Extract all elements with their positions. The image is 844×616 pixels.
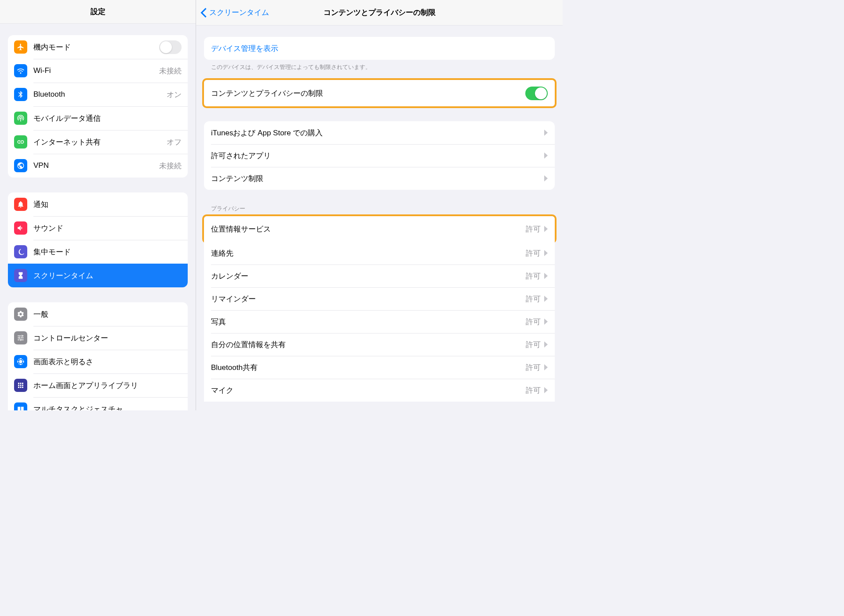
sidebar-group-network: 機内モード Wi-Fi 未接続 Bluetooth オン bbox=[8, 35, 188, 178]
sidebar-title: 設定 bbox=[0, 0, 196, 24]
sidebar-item-value: オン bbox=[167, 90, 182, 100]
device-mgmt-link: デバイス管理を表示 bbox=[211, 43, 548, 54]
sidebar-item-focus[interactable]: 集中モード bbox=[8, 240, 188, 264]
sidebar-item-value: 未接続 bbox=[159, 161, 182, 171]
row-value: 許可 bbox=[526, 317, 541, 327]
chevron-right-icon bbox=[544, 130, 548, 136]
purchases-group: iTunesおよび App Store での購入 許可されたアプリ コンテンツ制… bbox=[204, 121, 555, 190]
sidebar-item-label: スクリーンタイム bbox=[33, 271, 182, 281]
sidebar-item-control-center[interactable]: コントロールセンター bbox=[8, 326, 188, 350]
highlight-restrictions: コンテンツとプライバシーの制限 bbox=[202, 78, 557, 108]
sidebar-item-vpn[interactable]: VPN 未接続 bbox=[8, 154, 188, 178]
chevron-right-icon bbox=[544, 364, 548, 370]
sidebar-item-label: マルチタスクとジェスチャ bbox=[33, 404, 182, 410]
chevron-right-icon bbox=[544, 273, 548, 279]
sidebar-item-cellular[interactable]: モバイルデータ通信 bbox=[8, 106, 188, 130]
chevron-right-icon bbox=[544, 250, 548, 256]
row-value: 許可 bbox=[526, 294, 541, 304]
row-label: 位置情報サービス bbox=[211, 224, 526, 234]
chevron-right-icon bbox=[544, 387, 548, 393]
sidebar: 設定 機内モード Wi-Fi 未接続 Blue bbox=[0, 0, 196, 410]
sidebar-item-label: ホーム画面とアプリライブラリ bbox=[33, 380, 182, 391]
row-value: 許可 bbox=[526, 385, 541, 395]
grid-icon bbox=[14, 379, 27, 392]
device-mgmt-group: デバイス管理を表示 bbox=[204, 37, 555, 60]
sidebar-group-alerts: 通知 サウンド 集中モード スクリーンタイム bbox=[8, 192, 188, 287]
sidebar-item-label: VPN bbox=[33, 161, 159, 170]
gear-icon bbox=[14, 308, 27, 321]
row-reminders[interactable]: リマインダー 許可 bbox=[204, 287, 555, 310]
row-label: カレンダー bbox=[211, 271, 526, 281]
row-itunes[interactable]: iTunesおよび App Store での購入 bbox=[204, 121, 555, 144]
sliders-icon bbox=[14, 331, 27, 344]
sidebar-group-general: 一般 コントロールセンター 画面表示と明るさ ホーム画面とアプリライブラリ bbox=[8, 302, 188, 410]
sidebar-item-label: コントロールセンター bbox=[33, 333, 182, 343]
sidebar-item-label: 集中モード bbox=[33, 247, 182, 257]
device-mgmt-note: このデバイスは、デバイス管理によっても制限されています。 bbox=[204, 60, 555, 71]
sidebar-item-hotspot[interactable]: インターネット共有 オフ bbox=[8, 130, 188, 154]
chevron-right-icon bbox=[544, 226, 548, 232]
bell-icon bbox=[14, 198, 27, 211]
chevron-right-icon bbox=[544, 341, 548, 348]
row-microphone[interactable]: マイク 許可 bbox=[204, 379, 555, 402]
sidebar-item-general[interactable]: 一般 bbox=[8, 302, 188, 326]
sidebar-item-label: インターネット共有 bbox=[33, 137, 167, 147]
sidebar-item-notifications[interactable]: 通知 bbox=[8, 192, 188, 216]
highlight-location: 位置情報サービス 許可 bbox=[202, 214, 557, 243]
sidebar-item-label: Wi-Fi bbox=[33, 66, 159, 75]
airplane-toggle[interactable] bbox=[159, 40, 182, 54]
row-photos[interactable]: 写真 許可 bbox=[204, 310, 555, 333]
row-value: 許可 bbox=[526, 271, 541, 281]
sidebar-item-label: 画面表示と明るさ bbox=[33, 357, 182, 367]
row-label: iTunesおよび App Store での購入 bbox=[211, 128, 544, 138]
hourglass-icon bbox=[14, 269, 27, 282]
row-allowed-apps[interactable]: 許可されたアプリ bbox=[204, 144, 555, 167]
sidebar-item-wifi[interactable]: Wi-Fi 未接続 bbox=[8, 59, 188, 83]
sidebar-item-sound[interactable]: サウンド bbox=[8, 216, 188, 240]
main-body: デバイス管理を表示 このデバイスは、デバイス管理によっても制限されています。 コ… bbox=[196, 25, 563, 402]
page-title: コンテンツとプライバシーの制限 bbox=[324, 7, 436, 18]
sidebar-item-screentime[interactable]: スクリーンタイム bbox=[8, 264, 188, 287]
privacy-group: 連絡先 許可 カレンダー 許可 リマインダー 許可 写真 許可 自分の位置情報を… bbox=[204, 242, 555, 402]
restrictions-label: コンテンツとプライバシーの制限 bbox=[211, 88, 525, 98]
sidebar-item-bluetooth[interactable]: Bluetooth オン bbox=[8, 83, 188, 106]
chevron-right-icon bbox=[544, 175, 548, 181]
row-location[interactable]: 位置情報サービス 許可 bbox=[204, 216, 555, 242]
bluetooth-icon bbox=[14, 88, 27, 101]
show-device-mgmt[interactable]: デバイス管理を表示 bbox=[204, 37, 555, 60]
airplane-icon bbox=[14, 40, 27, 54]
row-value: 許可 bbox=[526, 248, 541, 258]
row-bluetooth-share[interactable]: Bluetooth共有 許可 bbox=[204, 356, 555, 379]
row-label: Bluetooth共有 bbox=[211, 362, 526, 373]
sidebar-item-homescreen[interactable]: ホーム画面とアプリライブラリ bbox=[8, 373, 188, 397]
row-value: 許可 bbox=[526, 362, 541, 373]
moon-icon bbox=[14, 245, 27, 258]
row-label: 写真 bbox=[211, 317, 526, 327]
restrictions-toggle[interactable] bbox=[525, 87, 548, 100]
back-button[interactable]: スクリーンタイム bbox=[200, 7, 269, 18]
row-content-restrict[interactable]: コンテンツ制限 bbox=[204, 167, 555, 190]
back-label: スクリーンタイム bbox=[209, 7, 269, 18]
sidebar-item-display[interactable]: 画面表示と明るさ bbox=[8, 350, 188, 373]
chevron-left-icon bbox=[200, 8, 207, 18]
sidebar-item-label: 通知 bbox=[33, 199, 182, 210]
row-calendar[interactable]: カレンダー 許可 bbox=[204, 265, 555, 287]
row-contacts[interactable]: 連絡先 許可 bbox=[204, 242, 555, 265]
sidebar-item-airplane[interactable]: 機内モード bbox=[8, 35, 188, 59]
sidebar-body: 機内モード Wi-Fi 未接続 Bluetooth オン bbox=[0, 24, 196, 410]
restrictions-toggle-row[interactable]: コンテンツとプライバシーの制限 bbox=[204, 80, 555, 106]
row-label: コンテンツ制限 bbox=[211, 174, 544, 184]
privacy-location-group: 位置情報サービス 許可 bbox=[204, 216, 555, 242]
chevron-right-icon bbox=[544, 152, 548, 159]
sidebar-item-label: 一般 bbox=[33, 309, 182, 319]
sidebar-item-value: オフ bbox=[167, 137, 182, 147]
wifi-icon bbox=[14, 64, 27, 77]
brightness-icon bbox=[14, 355, 27, 368]
row-share-location[interactable]: 自分の位置情報を共有 許可 bbox=[204, 333, 555, 356]
rectangles-icon bbox=[14, 402, 27, 410]
restrictions-toggle-group: コンテンツとプライバシーの制限 bbox=[204, 80, 555, 106]
sidebar-item-multitask[interactable]: マルチタスクとジェスチャ bbox=[8, 397, 188, 410]
speaker-icon bbox=[14, 221, 27, 235]
chevron-right-icon bbox=[544, 296, 548, 302]
antenna-icon bbox=[14, 112, 27, 125]
